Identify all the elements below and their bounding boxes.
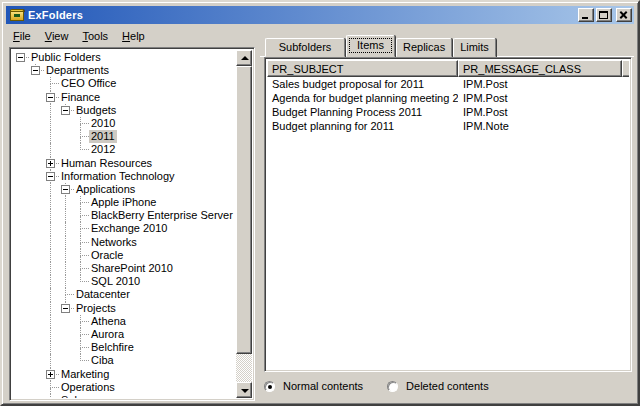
tree-item-label[interactable]: 2012	[89, 143, 117, 156]
column-header[interactable]: PR_SUBJECT	[267, 60, 458, 77]
maximize-button[interactable]	[596, 8, 612, 22]
tree-item-label[interactable]: Human Resources	[59, 157, 154, 170]
tree-item[interactable]: BlackBerry Enterprise Server	[12, 209, 236, 222]
tree-item-label[interactable]: Datacenter	[74, 288, 132, 301]
tree-item[interactable]: Operations	[12, 381, 236, 394]
menu-help[interactable]: Help	[115, 28, 152, 44]
tree-item-label[interactable]: Public Folders	[29, 51, 103, 64]
tree-item[interactable]: Sales	[12, 394, 236, 398]
tree-item[interactable]: 2010	[12, 117, 236, 130]
titlebar[interactable]: ExFolders	[6, 6, 634, 24]
list-item[interactable]: Sales budget proposal for 2011IPM.Post	[267, 77, 629, 91]
tree-item[interactable]: Public Folders	[12, 51, 236, 64]
tree-guide-line	[80, 228, 89, 229]
tab-limits[interactable]: Limits	[453, 38, 496, 57]
tree-item[interactable]: SharePoint 2010	[12, 262, 236, 275]
collapse-icon[interactable]	[61, 304, 70, 313]
tree-guide-line	[50, 394, 51, 398]
folder-tree: Public FoldersDepartmentsCEO OfficeFinan…	[12, 50, 236, 398]
tree-guide-line	[80, 321, 89, 322]
column-header[interactable]: PR_MESSAGE_CLASS	[458, 60, 622, 77]
tree-item[interactable]: Applications	[12, 183, 236, 196]
tree-item[interactable]: Marketing	[12, 368, 236, 381]
radio-button-icon[interactable]	[387, 381, 398, 392]
tree-item-label[interactable]: SharePoint 2010	[89, 262, 175, 275]
scroll-down-button[interactable]	[236, 382, 252, 398]
tree-guide-line	[65, 249, 66, 262]
tree-scrollbar[interactable]	[236, 50, 252, 398]
tree-guide-line	[80, 360, 89, 361]
tree-item-label[interactable]: Marketing	[59, 368, 111, 381]
tree-item[interactable]: Datacenter	[12, 288, 236, 301]
tree-item-label[interactable]: BlackBerry Enterprise Server	[89, 209, 235, 222]
tree-item-label[interactable]: Projects	[74, 302, 118, 315]
folder-tree-panel: Public FoldersDepartmentsCEO OfficeFinan…	[9, 47, 255, 401]
tree-item[interactable]: Athena	[12, 315, 236, 328]
list-item[interactable]: Budget Planning Process 2011IPM.Post	[267, 105, 629, 119]
tree-item-label[interactable]: Budgets	[74, 104, 118, 117]
tree-item[interactable]: CEO Office	[12, 77, 236, 90]
tree-item[interactable]: Exchange 2010	[12, 222, 236, 235]
tree-item-label[interactable]: 2011	[89, 130, 117, 143]
tree-item[interactable]: 2012	[12, 143, 236, 156]
minimize-button[interactable]	[578, 8, 594, 22]
tree-item[interactable]: Budgets	[12, 104, 236, 117]
tree-item[interactable]: Aurora	[12, 328, 236, 341]
scroll-up-button[interactable]	[236, 50, 252, 66]
list-item[interactable]: Agenda for budget planning meeting 23 J.…	[267, 91, 629, 105]
tree-item-label[interactable]: Exchange 2010	[89, 222, 169, 235]
tree-item[interactable]: Finance	[12, 91, 236, 104]
close-button[interactable]	[616, 8, 632, 22]
tree-guide-line	[50, 328, 51, 341]
tree-item[interactable]: 2011	[12, 130, 236, 143]
tab-items[interactable]: Items	[346, 35, 395, 57]
tree-item[interactable]: Oracle	[12, 249, 236, 262]
tree-item[interactable]: Information Technology	[12, 170, 236, 183]
tree-guide-line	[50, 288, 51, 301]
tree-item-label[interactable]: CEO Office	[59, 77, 118, 90]
tree-item-label[interactable]: Networks	[89, 236, 139, 249]
tree-item[interactable]: Projects	[12, 302, 236, 315]
collapse-icon[interactable]	[61, 106, 70, 115]
menu-file[interactable]: File	[6, 28, 38, 44]
expand-icon[interactable]	[46, 370, 55, 379]
tree-item-label[interactable]: Athena	[89, 315, 128, 328]
tree-item-label[interactable]: Finance	[59, 91, 102, 104]
scrollbar-thumb[interactable]	[236, 66, 252, 354]
collapse-icon[interactable]	[31, 66, 40, 75]
tree-item-label[interactable]: Sales	[59, 394, 91, 398]
tree-item[interactable]: Belchfire	[12, 341, 236, 354]
menu-tools[interactable]: Tools	[75, 28, 115, 44]
collapse-icon[interactable]	[16, 53, 25, 62]
radio-deleted-contents[interactable]: Deleted contents	[387, 380, 489, 392]
tree-item-label[interactable]: Information Technology	[59, 170, 177, 183]
tree-item-label[interactable]: Operations	[59, 381, 117, 394]
tree-item[interactable]: Networks	[12, 236, 236, 249]
tree-guide-line	[50, 183, 51, 196]
collapse-icon[interactable]	[46, 93, 55, 102]
collapse-icon[interactable]	[61, 185, 70, 194]
tab-subfolders[interactable]: Subfolders	[265, 38, 345, 57]
arrow-down-icon	[241, 389, 249, 393]
tree-item[interactable]: Departments	[12, 64, 236, 77]
tree-item-label[interactable]: Departments	[44, 64, 111, 77]
tree-item[interactable]: Ciba	[12, 354, 236, 367]
tree-item[interactable]: Apple iPhone	[12, 196, 236, 209]
tree-item-label[interactable]: SQL 2010	[89, 275, 142, 288]
tree-item-label[interactable]: Oracle	[89, 249, 125, 262]
radio-button-icon[interactable]	[264, 381, 275, 392]
menu-view[interactable]: View	[38, 28, 76, 44]
tree-item-label[interactable]: Belchfire	[89, 341, 136, 354]
tab-replicas[interactable]: Replicas	[396, 38, 452, 57]
tree-item-label[interactable]: 2010	[89, 117, 117, 130]
tree-item[interactable]: SQL 2010	[12, 275, 236, 288]
radio-normal-contents[interactable]: Normal contents	[264, 380, 363, 392]
collapse-icon[interactable]	[46, 172, 55, 181]
tree-item-label[interactable]: Applications	[74, 183, 137, 196]
tree-item-label[interactable]: Ciba	[89, 354, 116, 367]
expand-icon[interactable]	[46, 159, 55, 168]
tree-item-label[interactable]: Aurora	[89, 328, 126, 341]
list-item[interactable]: Budget planning for 2011IPM.Note	[267, 119, 629, 133]
tree-item-label[interactable]: Apple iPhone	[89, 196, 158, 209]
tree-item[interactable]: Human Resources	[12, 157, 236, 170]
